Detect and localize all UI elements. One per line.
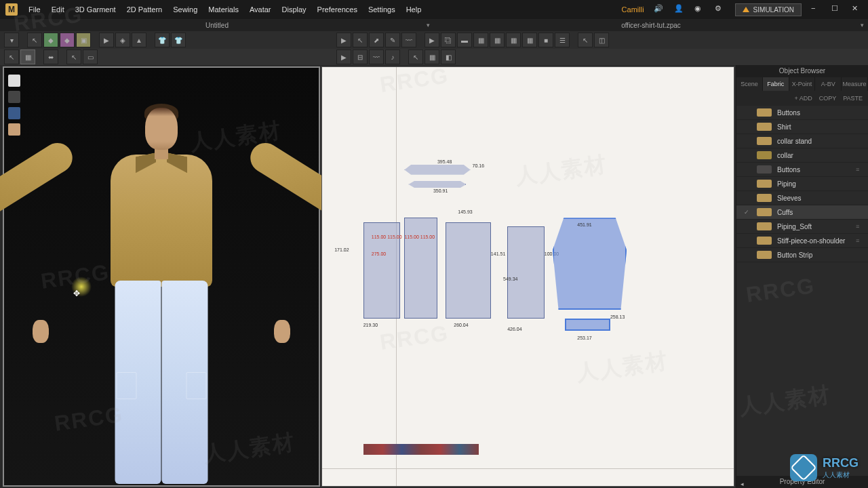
- tab-right[interactable]: officer-shirt-tut.zpac ▾: [434, 19, 868, 31]
- tool2d-rect[interactable]: ▬: [457, 33, 472, 47]
- tool-shirt-back-icon[interactable]: 👕: [171, 33, 186, 47]
- tab-abv[interactable]: A-BV: [815, 77, 842, 91]
- tool2d-grid1[interactable]: ▦: [473, 33, 488, 47]
- layer-item-stiff-piece-on-shoulder[interactable]: Stiff-piece-on-shoulder≡: [736, 234, 868, 248]
- layer-color-swatch[interactable]: [757, 137, 772, 145]
- pattern-front-2[interactable]: [404, 218, 437, 318]
- copy-button[interactable]: COPY: [819, 95, 837, 102]
- tool2d-copy[interactable]: ⿻: [441, 33, 456, 47]
- menu-avatar[interactable]: Avatar: [250, 3, 271, 16]
- tool2d-play[interactable]: ▶: [336, 33, 351, 47]
- tool-arrow[interactable]: ↖: [27, 33, 42, 47]
- tool2d-r2-7[interactable]: ◧: [441, 49, 456, 64]
- menu-sewing[interactable]: Sewing: [173, 3, 197, 16]
- tool2d-layers[interactable]: ☰: [555, 33, 570, 47]
- layer-item-buttons[interactable]: Buttons: [736, 106, 868, 120]
- tool-mode-3[interactable]: ▲: [132, 33, 146, 47]
- tab-left-menu-icon[interactable]: ▾: [427, 22, 430, 28]
- tool2d-r2-4[interactable]: ♪: [385, 49, 400, 64]
- tab-fabric[interactable]: Fabric: [763, 77, 789, 91]
- pattern-cuff[interactable]: [565, 319, 610, 331]
- tool2d-square[interactable]: ■: [538, 33, 553, 47]
- sound-icon[interactable]: 🔊: [654, 4, 665, 15]
- tool-mode-1[interactable]: ▶: [99, 33, 114, 47]
- vp-mode-2[interactable]: [8, 91, 20, 103]
- tool-garment-3[interactable]: ▣: [76, 33, 91, 47]
- tool2d-r2-6[interactable]: ▦: [425, 49, 439, 64]
- menu-edit[interactable]: Edit: [52, 3, 64, 16]
- tool2d-pen[interactable]: ✎: [385, 33, 400, 47]
- settings-icon[interactable]: ⚙: [715, 4, 726, 15]
- vp-mode-1[interactable]: [8, 75, 20, 87]
- tab-scene[interactable]: Scene: [736, 77, 763, 91]
- tool-shirt-front-icon[interactable]: 👕: [155, 33, 170, 47]
- simulation-badge[interactable]: SIMULATION: [735, 3, 802, 16]
- layer-color-swatch[interactable]: [757, 123, 772, 131]
- vp-mode-3[interactable]: [8, 107, 20, 119]
- tab-measure[interactable]: Measure: [842, 77, 868, 91]
- menu-display[interactable]: Display: [282, 3, 307, 16]
- menu-file[interactable]: File: [28, 3, 41, 16]
- tool2d-trace[interactable]: ▶: [425, 33, 439, 47]
- layer-visibility-icon[interactable]: [742, 193, 751, 203]
- tool3d-r2-4[interactable]: ↖: [66, 49, 81, 64]
- layer-item-sleeves[interactable]: Sleeves: [736, 191, 868, 205]
- property-collapse-icon[interactable]: ◂: [741, 478, 744, 488]
- tool3d-r2-2[interactable]: ▦: [20, 49, 35, 64]
- tool2d-r2-3[interactable]: 〰: [369, 49, 384, 64]
- menu-settings[interactable]: Settings: [368, 3, 395, 16]
- layer-color-swatch[interactable]: [757, 237, 772, 245]
- close-icon[interactable]: ✕: [852, 4, 863, 15]
- menu-2d-pattern[interactable]: 2D Pattern: [127, 3, 163, 16]
- layer-visibility-icon[interactable]: [742, 136, 751, 146]
- pattern-sleeve[interactable]: [553, 218, 627, 310]
- tab-xpoint[interactable]: X-Point: [789, 77, 816, 91]
- tool-garment-2[interactable]: ◆: [60, 33, 75, 47]
- layer-color-swatch[interactable]: [757, 208, 772, 216]
- layer-item-buttons[interactable]: Buttons≡: [736, 163, 868, 177]
- maximize-icon[interactable]: ☐: [831, 4, 842, 15]
- tool2d-extra2[interactable]: ◫: [594, 33, 609, 47]
- viewport-3d[interactable]: ✥: [3, 66, 320, 487]
- layer-visibility-icon[interactable]: [742, 165, 751, 174]
- menu-help[interactable]: Help: [406, 3, 422, 16]
- viewport-2d[interactable]: 395.48 70.16 350.91 171.02 115.00 115.00…: [321, 66, 734, 487]
- layer-item-piping-soft[interactable]: Piping_Soft≡: [736, 220, 868, 234]
- layer-item-piping[interactable]: Piping: [736, 177, 868, 191]
- layer-color-swatch[interactable]: [757, 222, 772, 230]
- avatar-3d[interactable]: [33, 100, 290, 488]
- tool-mode-2[interactable]: ◈: [115, 33, 130, 47]
- layer-item-button-strip[interactable]: Button Strip: [736, 248, 868, 262]
- vp-mode-4[interactable]: [8, 123, 20, 136]
- tool2d-grid2[interactable]: ▦: [490, 33, 505, 47]
- tab-right-menu-icon[interactable]: ▾: [861, 22, 864, 28]
- paste-button[interactable]: PASTE: [843, 95, 863, 102]
- layer-color-swatch[interactable]: [757, 165, 772, 174]
- pattern-density-strip[interactable]: [363, 444, 479, 455]
- tool2d-r2-2[interactable]: ⊟: [353, 49, 368, 64]
- layer-visibility-icon[interactable]: ✓: [742, 207, 751, 217]
- layer-item-collar-stand[interactable]: collar stand: [736, 134, 868, 148]
- tool3d-r2-5[interactable]: ▭: [83, 49, 98, 64]
- tool2d-grid3[interactable]: ▦: [506, 33, 521, 47]
- user-name[interactable]: Camilli: [622, 5, 644, 14]
- layer-color-swatch[interactable]: [757, 194, 772, 202]
- layer-lock-icon[interactable]: ≡: [856, 237, 863, 244]
- layer-lock-icon[interactable]: ≡: [856, 223, 863, 230]
- layer-color-swatch[interactable]: [757, 251, 772, 259]
- layer-color-swatch[interactable]: [757, 108, 772, 117]
- tool2d-extra1[interactable]: ↖: [578, 33, 593, 47]
- pattern-back[interactable]: [446, 222, 491, 319]
- layer-visibility-icon[interactable]: [742, 236, 751, 245]
- layer-item-cuffs[interactable]: ✓Cuffs: [736, 205, 868, 220]
- tool-garment-1[interactable]: ◆: [43, 33, 58, 47]
- layer-color-swatch[interactable]: [757, 151, 772, 159]
- tool2d-edit-point[interactable]: ⬈: [369, 33, 384, 47]
- tool2d-r2-5[interactable]: ↖: [408, 49, 423, 64]
- layer-visibility-icon[interactable]: [742, 179, 751, 188]
- tool2d-curve[interactable]: 〰: [401, 33, 416, 47]
- pattern-collar-band[interactable]: [408, 180, 466, 188]
- menu-materials[interactable]: Materials: [208, 3, 239, 16]
- layer-item-shirt[interactable]: Shirt: [736, 120, 868, 134]
- tool2d-select[interactable]: ↖: [353, 33, 368, 47]
